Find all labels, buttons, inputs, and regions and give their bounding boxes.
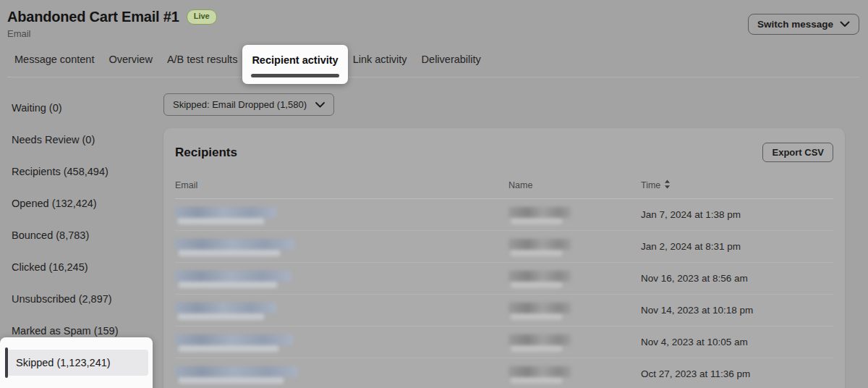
skipped-reason-dropdown[interactable]: Skipped: Email Dropped (1,580) (163, 93, 334, 116)
tab-link-activity[interactable]: Link activity (353, 54, 407, 77)
redacted-email (175, 271, 291, 282)
table-body: Jan 7, 2024 at 1:38 pm Jan 2, 2024 at 8:… (175, 199, 833, 388)
table-header: Email Name Time (175, 180, 833, 199)
channel-subtitle: Email (7, 28, 217, 39)
row-time: Jan 7, 2024 at 1:38 pm (641, 209, 833, 220)
row-time: Jan 2, 2024 at 8:31 pm (641, 241, 833, 252)
status-badge: Live (187, 9, 217, 24)
recipients-card: Recipients Export CSV Email Name Time Ja… (163, 128, 845, 388)
switch-message-label: Switch message (757, 19, 833, 30)
row-time: Nov 16, 2023 at 8:56 am (641, 273, 833, 284)
tab-message-content[interactable]: Message content (14, 54, 94, 77)
sort-arrows-icon (664, 180, 671, 191)
sidebar-item-skipped-label: Skipped (1,123,241) (16, 357, 111, 368)
sidebar-item-skipped[interactable]: Skipped (1,123,241) (0, 347, 153, 379)
row-time: Nov 14, 2023 at 10:18 pm (641, 305, 833, 316)
column-header-name: Name (509, 180, 641, 190)
redacted-email (175, 366, 298, 377)
sidebar-item-bounced[interactable]: Bounced (8,783) (0, 219, 153, 251)
main-panel: Skipped: Email Dropped (1,580) Recipient… (153, 77, 868, 388)
redacted-name (509, 366, 571, 377)
table-row[interactable]: Nov 14, 2023 at 10:18 pm (175, 295, 833, 326)
tab-ab-test-results[interactable]: A/B test results (167, 54, 238, 77)
page-title: Abandoned Cart Email #1 (7, 9, 179, 25)
sidebar-item-opened[interactable]: Opened (132,424) (0, 187, 153, 219)
card-title: Recipients (175, 146, 237, 160)
sidebar-item-waiting[interactable]: Waiting (0) (0, 92, 153, 124)
sidebar-item-unsubscribed[interactable]: Unsubscribed (2,897) (0, 283, 153, 315)
table-row[interactable]: Nov 16, 2023 at 8:56 am (175, 263, 833, 295)
tab-deliverability[interactable]: Deliverability (422, 54, 481, 77)
chevron-down-icon (840, 19, 850, 30)
sidebar-item-recipients[interactable]: Recipients (458,494) (0, 156, 153, 187)
redacted-email (175, 239, 294, 250)
redacted-name (509, 334, 571, 345)
redacted-name (509, 239, 571, 250)
sidebar-item-clicked[interactable]: Clicked (16,245) (0, 251, 153, 283)
row-time: Nov 4, 2023 at 10:05 am (641, 337, 833, 347)
column-header-time-sort[interactable]: Time (641, 180, 833, 191)
recipient-status-sidebar: Waiting (0) Needs Review (0) Recipients … (0, 77, 153, 379)
skipped-reason-value: Skipped: Email Dropped (1,580) (173, 99, 307, 110)
export-csv-button[interactable]: Export CSV (762, 143, 833, 162)
sidebar-item-needs-review[interactable]: Needs Review (0) (0, 124, 153, 156)
table-row[interactable]: Jan 7, 2024 at 1:38 pm (175, 199, 833, 231)
redacted-name (509, 271, 571, 282)
row-time: Oct 27, 2023 at 11:36 pm (641, 368, 833, 379)
tab-overview[interactable]: Overview (109, 54, 152, 77)
redacted-email (175, 207, 276, 218)
tab-bar: Message content Overview A/B test result… (7, 39, 859, 77)
redacted-name (509, 303, 571, 313)
redacted-name (509, 207, 571, 218)
column-header-email: Email (175, 180, 509, 190)
table-row[interactable]: Jan 2, 2024 at 8:31 pm (175, 231, 833, 263)
switch-message-button[interactable]: Switch message (748, 14, 859, 35)
column-header-time: Time (641, 180, 660, 190)
content-area: Waiting (0) Needs Review (0) Recipients … (0, 77, 868, 388)
table-row[interactable]: Oct 27, 2023 at 11:36 pm (175, 358, 833, 388)
chevron-down-icon (315, 99, 325, 110)
redacted-email (175, 303, 276, 313)
page-header: Abandoned Cart Email #1 Live Email Switc… (0, 0, 868, 77)
table-row[interactable]: Nov 4, 2023 at 10:05 am (175, 326, 833, 358)
redacted-email (175, 334, 293, 345)
tab-recipient-activity[interactable]: Recipient activity (242, 45, 347, 84)
